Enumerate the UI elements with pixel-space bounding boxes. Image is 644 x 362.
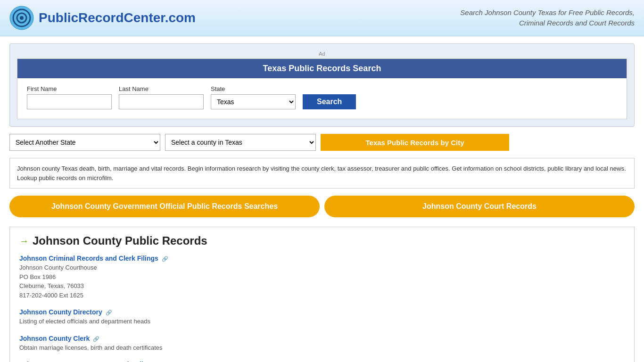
description-box: Johnson county Texas death, birth, marri… — [9, 158, 635, 189]
record-entry-3: Johnson County Clerk 🔗 Obtain marriage l… — [19, 335, 625, 353]
page-header: PublicRecordCenter.com Search Johnson Co… — [0, 0, 644, 36]
govt-records-button[interactable]: Johnson County Government Official Publi… — [9, 196, 320, 217]
first-name-input[interactable] — [27, 94, 112, 109]
section-title-row: → Johnson County Public Records — [19, 234, 625, 247]
state-group: State Texas — [211, 85, 296, 109]
search-form-container: Texas Public Records Search First Name L… — [17, 58, 627, 119]
first-name-group: First Name — [27, 85, 112, 109]
external-icon-3: 🔗 — [93, 336, 99, 342]
logo-icon — [9, 6, 34, 30]
city-records-button[interactable]: Texas Public Records by City — [321, 134, 509, 151]
search-fields: First Name Last Name State Texas Search — [27, 85, 617, 109]
record-link-1[interactable]: Johnson Criminal Records and Clerk Filin… — [19, 255, 158, 262]
state-label: State — [211, 85, 296, 92]
state-dropdown[interactable]: Select Another State — [9, 134, 160, 151]
filter-row: Select Another State Select a county in … — [9, 134, 635, 151]
site-name: PublicRecordCenter.com — [39, 10, 196, 25]
record-entry-1: Johnson Criminal Records and Clerk Filin… — [19, 255, 625, 300]
court-records-button[interactable]: Johnson County Court Records — [324, 196, 635, 217]
first-name-label: First Name — [27, 85, 112, 92]
search-button[interactable]: Search — [303, 94, 356, 109]
county-dropdown[interactable]: Select a county in Texas — [165, 134, 316, 151]
search-form-body: First Name Last Name State Texas Search — [17, 78, 627, 119]
ad-label: Ad — [17, 51, 627, 57]
record-link-3[interactable]: Johnson County Clerk — [19, 335, 90, 342]
last-name-input[interactable] — [119, 94, 204, 109]
action-buttons: Johnson County Government Official Publi… — [9, 196, 635, 217]
last-name-label: Last Name — [119, 85, 204, 92]
record-link-2[interactable]: Johnson County Directory — [19, 308, 102, 316]
public-records-section: → Johnson County Public Records Johnson … — [9, 227, 635, 362]
last-name-group: Last Name — [119, 85, 204, 109]
header-tagline: Search Johnson County Texas for Free Pub… — [460, 8, 635, 29]
ad-box: Ad Texas Public Records Search First Nam… — [9, 43, 635, 127]
state-select-form[interactable]: Texas — [211, 94, 296, 109]
record-desc-2: Listing of elected officials and departm… — [19, 317, 625, 326]
search-form-header: Texas Public Records Search — [17, 59, 627, 78]
section-title: Johnson County Public Records — [33, 234, 207, 247]
arrow-icon: → — [19, 236, 29, 247]
record-entry-2: Johnson County Directory 🔗 Listing of el… — [19, 308, 625, 326]
external-icon-1: 🔗 — [162, 256, 168, 262]
external-icon-2: 🔗 — [106, 310, 112, 315]
main-content: Ad Texas Public Records Search First Nam… — [0, 36, 644, 362]
record-desc-1: Johnson County Courthouse PO Box 1986 Cl… — [19, 263, 625, 300]
record-desc-3: Obtain marriage licenses, birth and deat… — [19, 343, 625, 353]
svg-point-3 — [20, 16, 24, 20]
logo-area: PublicRecordCenter.com — [9, 6, 196, 30]
